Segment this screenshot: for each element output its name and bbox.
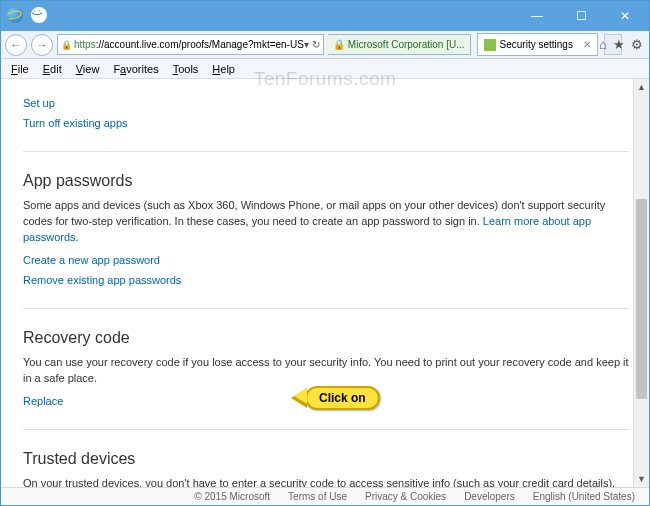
footer-privacy-link[interactable]: Privacy & Cookies (365, 491, 446, 502)
remove-app-passwords-link[interactable]: Remove existing app passwords (23, 274, 181, 286)
ie-icon (7, 7, 23, 23)
tab-close-icon[interactable]: ✕ (583, 39, 591, 50)
annotation-callout: Click on (291, 386, 380, 410)
url-text: https://account.live.com/proofs/Manage?m… (74, 39, 304, 50)
scroll-down-icon[interactable]: ▼ (634, 471, 649, 487)
callout-label: Click on (305, 386, 380, 410)
menu-tools[interactable]: Tools (167, 62, 205, 76)
window-titlebar: — ☐ ✕ (1, 1, 649, 31)
identity-label: Microsoft Corporation [U... (348, 39, 465, 50)
browser-tab[interactable]: Security settings ✕ (477, 33, 598, 56)
callout-arrow-icon (291, 388, 307, 408)
recovery-code-heading: Recovery code (23, 329, 629, 347)
nav-forward-button[interactable]: → (31, 34, 53, 56)
turn-off-apps-link[interactable]: Turn off existing apps (23, 117, 128, 129)
footer-terms-link[interactable]: Terms of Use (288, 491, 347, 502)
footer-language-link[interactable]: English (United States) (533, 491, 635, 502)
menu-file[interactable]: File (5, 62, 35, 76)
refresh-icon[interactable]: ↻ (312, 39, 320, 50)
menu-view[interactable]: View (70, 62, 106, 76)
divider (23, 429, 629, 430)
menu-bar: File Edit View Favorites Tools Help (1, 59, 649, 79)
vertical-scrollbar[interactable]: ▲ ▼ (633, 79, 649, 487)
app-passwords-heading: App passwords (23, 172, 629, 190)
app-passwords-body: Some apps and devices (such as Xbox 360,… (23, 198, 629, 246)
nav-back-button[interactable]: ← (5, 34, 27, 56)
scrollbar-thumb[interactable] (636, 199, 647, 399)
titlebar-app-icons (7, 7, 47, 23)
url-dropdown-icon[interactable]: ▾ (304, 39, 309, 50)
address-bar[interactable]: 🔒 https://account.live.com/proofs/Manage… (57, 34, 324, 55)
identity-lock-icon: 🔒 (333, 39, 345, 50)
recovery-code-body: You can use your recovery code if you lo… (23, 355, 629, 387)
replace-recovery-code-link[interactable]: Replace (23, 395, 63, 407)
trusted-devices-body: On your trusted devices, you don't have … (23, 476, 629, 487)
trusted-devices-heading: Trusted devices (23, 450, 629, 468)
page-content: Set up Turn off existing apps App passwo… (1, 79, 649, 487)
tab-title: Security settings (500, 39, 573, 50)
page-footer: © 2015 Microsoft Terms of Use Privacy & … (1, 487, 649, 505)
address-row: ← → 🔒 https://account.live.com/proofs/Ma… (1, 31, 649, 59)
favorites-icon[interactable]: ★ (613, 37, 625, 52)
footer-developers-link[interactable]: Developers (464, 491, 515, 502)
menu-favorites[interactable]: Favorites (107, 62, 164, 76)
divider (23, 151, 629, 152)
setup-link[interactable]: Set up (23, 97, 55, 109)
lock-icon: 🔒 (61, 40, 72, 50)
site-identity[interactable]: 🔒 Microsoft Corporation [U... (328, 34, 471, 55)
menu-help[interactable]: Help (206, 62, 241, 76)
create-app-password-link[interactable]: Create a new app password (23, 254, 160, 266)
close-window-button[interactable]: ✕ (603, 2, 647, 30)
browser-toolbar-right: ⌂ ★ ⚙ (599, 33, 643, 55)
footer-copyright: © 2015 Microsoft (194, 491, 270, 502)
minimize-button[interactable]: — (515, 2, 559, 30)
feedback-icon[interactable] (31, 7, 47, 23)
home-icon[interactable]: ⌂ (599, 37, 607, 52)
maximize-button[interactable]: ☐ (559, 2, 603, 30)
tab-favicon-icon (484, 39, 496, 51)
scroll-up-icon[interactable]: ▲ (634, 79, 649, 95)
menu-edit[interactable]: Edit (37, 62, 68, 76)
divider (23, 308, 629, 309)
tools-gear-icon[interactable]: ⚙ (631, 37, 643, 52)
truncated-prev-section (23, 81, 629, 89)
